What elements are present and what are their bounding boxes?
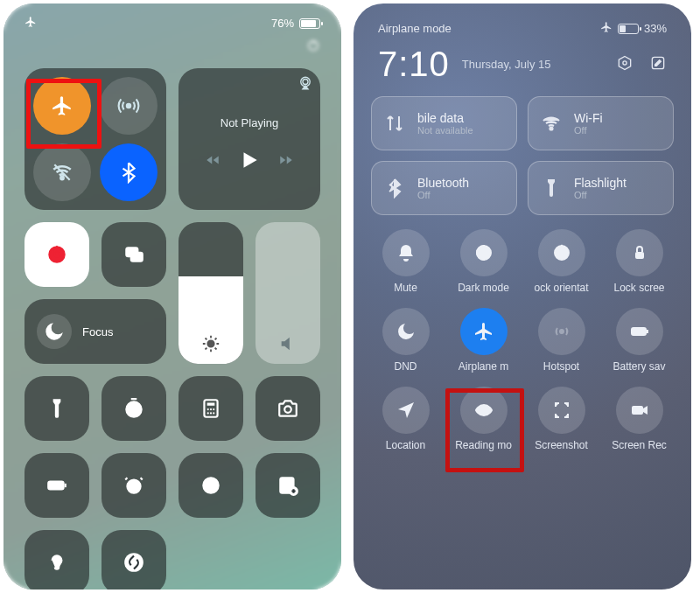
toggle-label: Screenshot <box>535 439 588 451</box>
hearing-button[interactable] <box>24 530 89 590</box>
wifi-tile[interactable]: Wi-FiOff <box>528 96 674 150</box>
svg-rect-8 <box>131 253 143 262</box>
screen-record-toggle[interactable]: Screen Rec <box>603 387 676 451</box>
svg-point-16 <box>207 412 209 414</box>
svg-point-14 <box>210 408 212 410</box>
tile-title: Bluetooth <box>417 176 469 190</box>
flashlight-tile[interactable]: FlashlightOff <box>528 161 674 215</box>
battery-icon <box>618 24 639 34</box>
forward-icon[interactable] <box>278 152 294 171</box>
svg-point-13 <box>207 408 209 410</box>
orientation-lock-status-row <box>4 36 341 56</box>
calculator-button[interactable] <box>178 376 243 441</box>
toggle-label: Reading mo <box>455 439 512 451</box>
hotspot-toggle[interactable]: Hotspot <box>525 308 598 373</box>
edit-icon[interactable] <box>649 54 667 75</box>
media-playback-panel[interactable]: Not Playing <box>178 68 320 210</box>
focus-label: Focus <box>82 325 113 338</box>
battery-saver-toggle[interactable]: Battery sav <box>603 308 676 373</box>
tile-subtitle: Off <box>574 125 603 136</box>
airplane-mode-toggle[interactable] <box>33 77 91 135</box>
airplane-mode-toggle[interactable]: Airplane m <box>447 308 520 373</box>
toggle-label: Battery sav <box>612 360 665 373</box>
location-toggle[interactable]: Location <box>369 387 442 451</box>
lock-screen-toggle[interactable]: Lock scree <box>603 229 676 294</box>
bluetooth-tile[interactable]: BluetoothOff <box>371 161 517 215</box>
flashlight-button[interactable] <box>24 376 89 441</box>
ios-statusbar: 76% <box>4 3 341 36</box>
svg-point-1 <box>127 104 130 108</box>
svg-point-2 <box>60 177 63 179</box>
toggle-label: Screen Rec <box>612 439 667 451</box>
screen-record-button[interactable] <box>178 453 243 518</box>
svg-point-4 <box>303 80 308 85</box>
bluetooth-toggle[interactable] <box>100 143 158 201</box>
wifi-toggle[interactable] <box>33 143 91 201</box>
svg-point-17 <box>210 412 212 414</box>
svg-point-37 <box>560 330 564 333</box>
orientation-lock-status-icon <box>306 38 320 56</box>
date-label: Thursday, July 15 <box>462 58 551 71</box>
screenshot-toggle[interactable]: Screenshot <box>525 387 598 451</box>
camera-button[interactable] <box>256 376 320 441</box>
quick-note-button[interactable] <box>256 453 320 518</box>
toggle-label: Location <box>386 439 425 451</box>
mute-toggle[interactable]: Mute <box>369 229 442 294</box>
tile-title: Flashlight <box>574 176 626 190</box>
svg-point-27 <box>55 559 58 562</box>
svg-point-30 <box>623 60 626 64</box>
android-statusbar: Airplane mode 33% <box>354 3 691 39</box>
volume-slider[interactable] <box>256 222 320 364</box>
play-icon[interactable] <box>238 149 261 175</box>
airplane-mode-status-icon <box>24 16 37 31</box>
airplane-mode-status-icon <box>600 21 612 36</box>
svg-rect-21 <box>50 484 53 487</box>
brightness-icon <box>178 334 243 353</box>
svg-rect-12 <box>207 403 215 406</box>
shazam-button[interactable] <box>102 530 166 590</box>
low-power-mode-button[interactable] <box>24 453 89 518</box>
focus-button[interactable]: Focus <box>24 299 166 364</box>
primary-tiles-grid: bile dataNot available Wi-FiOff Bluetoot… <box>354 93 691 219</box>
screen-mirroring-button[interactable] <box>102 222 166 287</box>
svg-point-9 <box>207 340 214 346</box>
connectivity-panel <box>24 68 166 210</box>
tile-subtitle: Not available <box>417 125 473 136</box>
tile-title: Wi-Fi <box>574 111 603 125</box>
cellular-data-toggle[interactable] <box>100 77 158 135</box>
toggle-label: Lock scree <box>613 282 664 294</box>
volume-icon <box>256 334 320 353</box>
toggle-label: Mute <box>394 282 417 294</box>
battery-percentage-label: 76% <box>271 17 294 30</box>
orientation-lock-toggle[interactable]: ock orientat <box>525 229 598 294</box>
settings-icon[interactable] <box>616 54 634 75</box>
ios-control-center: 76% <box>4 3 341 590</box>
mobile-data-tile[interactable]: bile dataNot available <box>371 96 517 150</box>
svg-rect-36 <box>635 252 644 259</box>
tile-title: bile data <box>417 111 473 125</box>
quick-settings-grid: Mute Dark mode ock orientat Lock scree D… <box>354 219 691 462</box>
reading-mode-toggle[interactable]: Reading mo <box>447 387 520 451</box>
moon-icon <box>37 314 72 349</box>
media-title-label: Not Playing <box>220 116 278 129</box>
toggle-label: DND <box>395 360 417 373</box>
svg-rect-35 <box>560 250 564 255</box>
brightness-slider[interactable] <box>178 222 243 364</box>
orientation-lock-toggle[interactable] <box>24 222 89 287</box>
airplay-icon[interactable] <box>298 75 313 94</box>
svg-point-15 <box>213 408 214 410</box>
dnd-toggle[interactable]: DND <box>369 308 442 373</box>
battery-icon <box>299 18 320 29</box>
rewind-icon[interactable] <box>205 152 220 171</box>
clock-label: 7:10 <box>378 45 450 84</box>
android-quick-settings: Airplane mode 33% 7:10 Thursday, July 15… <box>354 3 691 590</box>
airplane-mode-status-label: Airplane mode <box>378 22 452 35</box>
alarm-button[interactable] <box>102 453 166 518</box>
toggle-label: Dark mode <box>458 282 509 294</box>
dark-mode-toggle[interactable]: Dark mode <box>447 229 520 294</box>
toggle-label: Hotspot <box>543 360 579 373</box>
toggle-label: Airplane m <box>458 360 508 373</box>
timer-button[interactable] <box>102 376 166 441</box>
battery-percentage-label: 33% <box>644 22 667 35</box>
svg-point-19 <box>284 406 291 413</box>
